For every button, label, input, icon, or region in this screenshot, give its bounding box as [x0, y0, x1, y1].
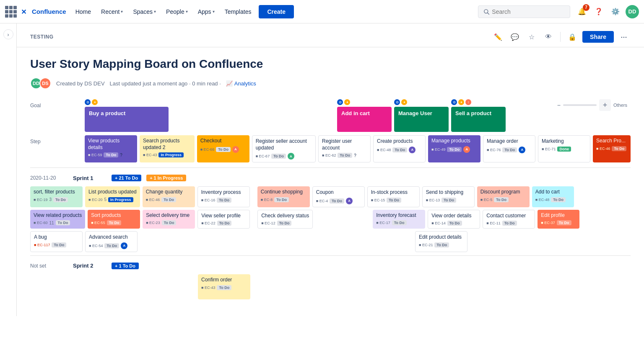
sprint1-badge1[interactable]: + 21 To Do — [112, 175, 141, 181]
sprint1-badge2[interactable]: + 1 In Progress — [146, 175, 186, 181]
apps-caret: ▾ — [213, 9, 215, 14]
confluence-x-icon: ✕ — [21, 8, 29, 16]
home-link[interactable]: Home — [71, 6, 95, 18]
step-search-pro[interactable]: Search Pro... ■ EC-46 To Do — [593, 135, 631, 162]
page-header: TESTING ✏️ 💬 ☆ 👁 🔒 Share ··· — [17, 23, 644, 47]
step-view-products[interactable]: View products details ■ EC-59 To Do ? — [85, 135, 137, 162]
step-register-seller[interactable]: Register seller account updated ■ EC-67 … — [252, 135, 316, 162]
step-search-products[interactable]: Search products updated 2 ■ EC-43 In Pro… — [140, 135, 195, 162]
zoom-minus[interactable]: − — [557, 102, 561, 108]
create-button[interactable]: Create — [259, 5, 294, 18]
sprint1-row1: sort, filter products ■ EC-19 3 To Do Li… — [30, 186, 631, 207]
sprint2-badge1[interactable]: + 1 To Do — [112, 263, 139, 269]
divider — [560, 32, 561, 42]
top-navigation: ✕ Confluence Home Recent ▾ Spaces ▾ Peop… — [0, 0, 644, 23]
card-coupon[interactable]: Coupon ■ EC-4 To Do A — [312, 186, 365, 207]
search-box[interactable] — [478, 5, 570, 18]
goal3-sun-icon: ✦ — [401, 99, 407, 105]
settings-button[interactable]: ⚙️ — [609, 5, 622, 18]
goal-card-sell[interactable]: Sell a product — [451, 107, 506, 132]
steps-row: View products details ■ EC-59 To Do ? Se… — [85, 135, 631, 162]
card-order-details[interactable]: View order details ■ EC-14 To Do — [428, 210, 480, 229]
card-delivery-time[interactable]: Select delivery time ■ EC-23 To Do — [143, 210, 195, 229]
card-inventory-forecast[interactable]: Inventory forecast ■ EC-17 To Do — [373, 210, 425, 229]
goal4-settings-icon: ⚙ — [451, 99, 457, 105]
sidebar-toggle-button[interactable]: › — [3, 29, 13, 39]
page-layout: › TESTING ✏️ 💬 ☆ 👁 🔒 Share ··· User Stor… — [0, 23, 644, 316]
goal-card-buy[interactable]: Buy a product — [85, 107, 169, 132]
step-manage-order[interactable]: Manage order ■ EC-76 To Do A — [483, 135, 535, 162]
card-seller-profile[interactable]: View seller profile ■ EC-22 To Do — [197, 210, 250, 229]
watch-button[interactable]: 👁 — [542, 30, 555, 44]
card-advanced-search[interactable]: Advanced search ■ EC-54 To Do A — [85, 231, 138, 252]
sprint1-name: Sprint 1 — [73, 175, 106, 181]
goal-card-manage-user[interactable]: Manage User — [394, 107, 449, 132]
step-register-user[interactable]: Register user account ■ EC-62 To Do ? — [318, 135, 371, 162]
step-create-products[interactable]: Create products ■ EC-48 To Do A — [373, 135, 426, 162]
card-list-products[interactable]: List products updated ■ EC-20 5 In Progr… — [85, 186, 140, 207]
notifications-button[interactable]: 🔔 7 — [575, 5, 589, 18]
user-avatar[interactable]: DD — [626, 5, 639, 18]
svg-text:✕: ✕ — [21, 8, 26, 15]
card-sort-products[interactable]: Sort products ■ EC-55 To Do — [88, 210, 140, 229]
board-container: Goal ⚙ ✦ Buy a product — [30, 99, 631, 306]
create-avatar: A — [409, 147, 415, 153]
recent-link[interactable]: Recent ▾ — [97, 6, 127, 18]
card-confirm-order[interactable]: Confirm order ■ EC-43 To Do — [198, 274, 250, 299]
sprint2-cards: Confirm order ■ EC-43 To Do — [30, 274, 631, 299]
search-input[interactable] — [492, 8, 565, 15]
card-add-to-cart[interactable]: Add to cart ■ EC-48 To Do — [532, 186, 574, 207]
step-marketing[interactable]: Marketing ■ EC-71 Done — [538, 135, 590, 162]
card-continue-shopping[interactable]: Continue shopping ■ EC-8 To Do — [257, 186, 310, 207]
people-link[interactable]: People ▾ — [162, 6, 192, 18]
card-change-qty[interactable]: Change quantity ■ EC-46 To Do — [143, 186, 195, 207]
analytics-chart-icon: 📈 — [226, 80, 233, 87]
others-label: Others — [613, 103, 627, 108]
restrict-button[interactable]: 🔒 — [566, 30, 579, 44]
spaces-caret: ▾ — [154, 9, 156, 14]
checkout-avatar: A — [232, 146, 239, 153]
logo-text: Confluence — [32, 8, 66, 15]
more-button[interactable]: ··· — [617, 30, 631, 44]
edit-button[interactable]: ✏️ — [491, 30, 505, 44]
card-send-shipping[interactable]: Send to shipping ■ EC-13 To Do — [422, 186, 475, 207]
share-button[interactable]: Share — [582, 31, 614, 43]
goals-row: ⚙ ✦ Buy a product ⚙ — [85, 99, 631, 132]
card-edit-product[interactable]: Edit product details ■ EC-21 To Do — [415, 231, 467, 252]
sprint2-header: Not set Sprint 2 + 1 To Do — [30, 259, 631, 273]
card-sort-filter[interactable]: sort, filter products ■ EC-19 3 To Do — [30, 186, 83, 207]
templates-link[interactable]: Templates — [221, 6, 256, 18]
step-manage-products[interactable]: Manage products ■ EC-49 To Do A — [428, 135, 480, 162]
analytics-link[interactable]: 📈 Analytics — [226, 80, 256, 87]
goal-label: Goal — [30, 99, 85, 112]
page-title: User Story Mapping Board on Confluence — [30, 57, 631, 71]
main-content: TESTING ✏️ 💬 ☆ 👁 🔒 Share ··· User Story … — [17, 23, 644, 316]
card-view-related[interactable]: View related products ■ EC-60 11 To Do — [30, 210, 85, 229]
card-inventory-process[interactable]: Inventory process ■ EC-16 To Do — [197, 186, 250, 207]
card-instock[interactable]: In-stock process ■ EC-15 To Do — [367, 186, 420, 207]
card-bug[interactable]: A bug ■ EC-117 To Do — [30, 231, 83, 252]
step-checkout[interactable]: Checkout ■ EC-66 To Do A — [197, 135, 249, 162]
svg-line-2 — [488, 13, 489, 14]
sprint1-row2: View related products ■ EC-60 11 To Do S… — [30, 210, 631, 229]
card-contact-customer[interactable]: Contact customer ■ EC-11 To Do — [483, 210, 535, 229]
help-button[interactable]: ❓ — [592, 5, 605, 18]
goal4-warn-icon: ! — [465, 99, 471, 105]
confluence-logo[interactable]: ✕ Confluence — [5, 6, 66, 18]
star-button[interactable]: ☆ — [525, 30, 538, 44]
add-column-button[interactable]: + — [599, 99, 611, 111]
notification-badge: 7 — [583, 4, 589, 11]
card-edit-profile[interactable]: Edit profile ■ EC-37 To Do — [538, 210, 579, 229]
people-caret: ▾ — [186, 9, 188, 14]
card-discount[interactable]: Discount program ■ EC-5 To Do — [477, 186, 530, 207]
goal-card-cart[interactable]: Add in cart — [337, 107, 392, 132]
apps-link[interactable]: Apps ▾ — [194, 6, 219, 18]
goal2-settings-icon: ⚙ — [337, 99, 343, 105]
card-delivery-status[interactable]: Check delivery status ■ EC-12 To Do — [257, 210, 313, 229]
spaces-link[interactable]: Spaces ▾ — [129, 6, 160, 18]
comment-button[interactable]: 💬 — [508, 30, 522, 44]
search-icon — [483, 8, 489, 15]
zoom-slider[interactable] — [563, 104, 597, 106]
seller-avatar: A — [288, 153, 294, 160]
goal4-sun-icon: ✦ — [458, 99, 464, 105]
